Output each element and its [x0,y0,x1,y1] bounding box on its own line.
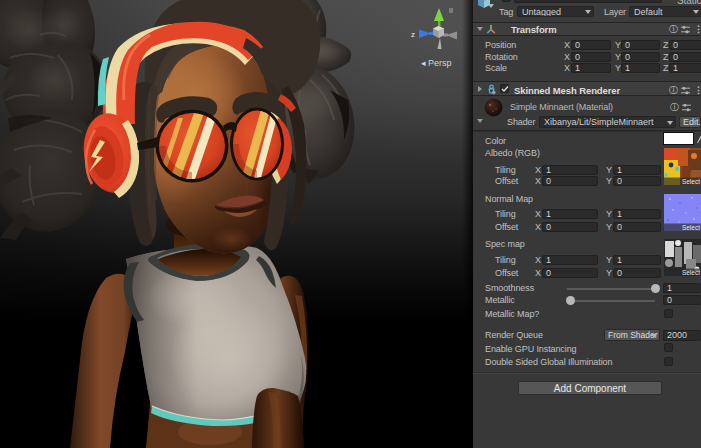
svg-text:Select: Select [682,269,700,276]
svg-text:◂ Persp: ◂ Persp [421,58,452,68]
svg-text:z: z [411,30,415,39]
svg-text:Select: Select [682,178,700,185]
svg-text:Select: Select [682,224,700,231]
